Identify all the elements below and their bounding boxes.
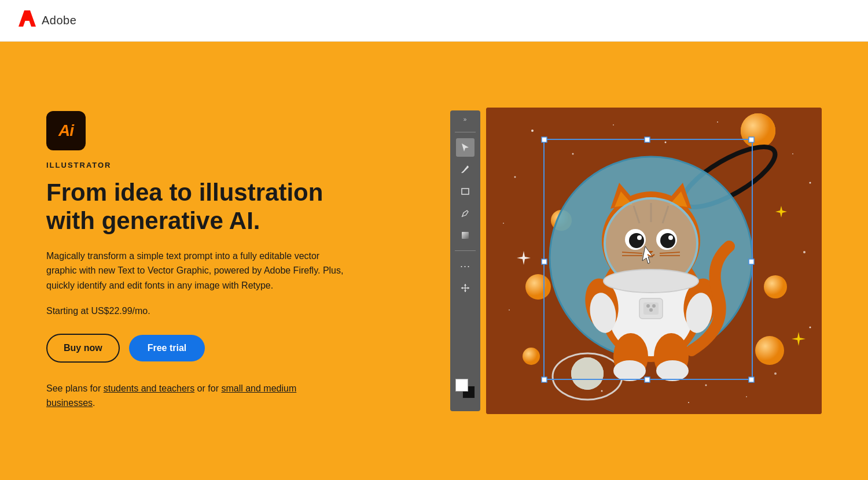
svg-point-11 (717, 121, 718, 123)
toolbar-divider-top (455, 132, 476, 132)
svg-point-32 (523, 348, 540, 365)
toolbar-handle: » (464, 116, 468, 123)
more-tools-icon[interactable]: ··· (456, 257, 475, 275)
svg-rect-70 (645, 137, 650, 142)
svg-point-13 (792, 153, 793, 154)
svg-point-8 (572, 153, 574, 155)
headline: From idea to illustration with generativ… (46, 179, 370, 235)
space-illustration (486, 108, 822, 414)
svg-point-36 (571, 357, 604, 390)
svg-point-17 (803, 251, 806, 253)
svg-line-2 (462, 216, 462, 217)
svg-point-57 (604, 269, 698, 293)
svg-point-9 (613, 124, 614, 125)
ai-app-logo: Ai (46, 111, 86, 150)
svg-point-16 (503, 223, 504, 224)
adobe-logo-text: Adobe (42, 14, 76, 27)
cta-buttons: Buy now Free trial (46, 334, 405, 363)
svg-point-52 (613, 360, 646, 381)
students-teachers-link[interactable]: students and teachers (104, 383, 194, 393)
svg-point-0 (467, 166, 469, 168)
background-swatch[interactable] (455, 379, 468, 392)
svg-point-23 (688, 402, 689, 403)
svg-rect-71 (749, 137, 754, 142)
move-tool-icon[interactable] (456, 279, 475, 297)
header: Adobe (0, 0, 868, 42)
svg-rect-76 (749, 377, 754, 382)
color-swatches[interactable] (455, 379, 475, 398)
svg-point-31 (755, 336, 784, 365)
free-trial-button[interactable]: Free trial (129, 335, 205, 361)
pen-tool-icon[interactable] (456, 160, 475, 179)
svg-point-14 (514, 176, 516, 178)
more-dots: ··· (460, 260, 470, 272)
adobe-logo-icon (19, 10, 36, 31)
svg-point-22 (601, 390, 603, 392)
svg-point-21 (774, 372, 777, 375)
right-content: » (405, 42, 822, 480)
svg-point-62 (637, 235, 642, 240)
svg-point-63 (668, 235, 673, 240)
ai-logo-text: Ai (58, 121, 73, 140)
svg-point-24 (746, 396, 747, 397)
plans-end: . (93, 398, 95, 408)
svg-point-61 (660, 233, 675, 248)
illustration-canvas (486, 108, 822, 414)
svg-point-19 (810, 327, 811, 328)
svg-rect-75 (645, 377, 650, 382)
main-section: Ai ILLUSTRATOR From idea to illustration… (0, 42, 868, 480)
svg-point-15 (810, 182, 811, 184)
buy-now-button[interactable]: Buy now (46, 334, 120, 363)
svg-point-30 (764, 275, 787, 298)
plans-text: See plans for students and teachers or f… (46, 381, 347, 411)
adobe-logo[interactable]: Adobe (19, 10, 76, 31)
svg-rect-69 (542, 137, 547, 142)
svg-point-43 (646, 304, 650, 308)
pricing-text: Starting at US$22.99/mo. (46, 306, 405, 316)
description: Magically transform a simple text prompt… (46, 249, 347, 293)
svg-point-53 (656, 360, 689, 381)
illustrator-toolbar: » (450, 110, 480, 411)
svg-rect-72 (542, 259, 547, 264)
svg-point-7 (531, 130, 534, 132)
app-label: ILLUSTRATOR (46, 161, 405, 169)
svg-rect-3 (462, 232, 469, 239)
left-content: Ai ILLUSTRATOR From idea to illustration… (46, 111, 405, 411)
plans-middle: or for (194, 383, 221, 393)
svg-point-45 (649, 308, 653, 312)
svg-point-10 (665, 142, 667, 143)
svg-point-25 (705, 385, 707, 386)
color-swatches-area (455, 379, 475, 405)
plans-prefix: See plans for (46, 383, 104, 393)
toolbar-divider-mid (455, 250, 476, 251)
svg-point-18 (509, 309, 510, 311)
svg-point-27 (741, 113, 775, 148)
pencil-tool-icon[interactable] (456, 204, 475, 223)
svg-rect-74 (542, 377, 547, 382)
svg-point-28 (525, 274, 551, 300)
svg-rect-73 (749, 259, 754, 264)
svg-point-44 (652, 304, 656, 308)
rectangle-tool-icon[interactable] (456, 182, 475, 201)
svg-rect-1 (462, 189, 469, 194)
gradient-tool-icon[interactable] (456, 226, 475, 245)
svg-point-60 (629, 233, 644, 248)
select-tool-icon[interactable] (456, 138, 475, 157)
